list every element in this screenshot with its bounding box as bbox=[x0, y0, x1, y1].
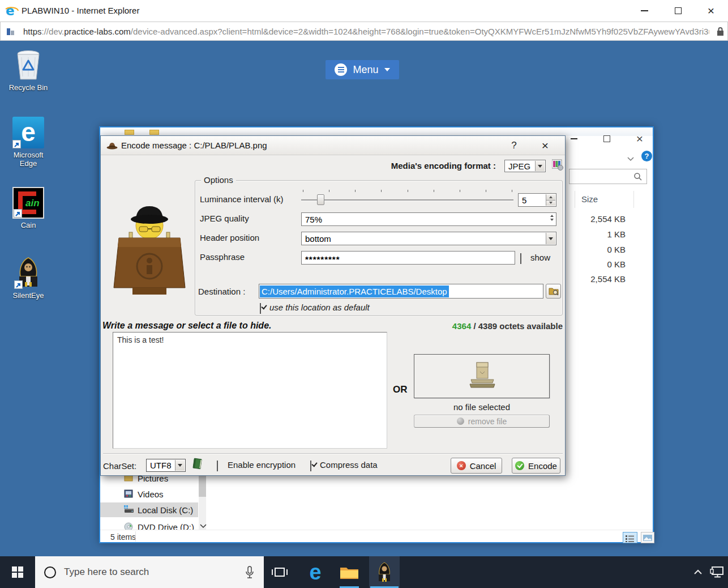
header-position-select[interactable]: bottom bbox=[301, 232, 556, 245]
taskbar-file-explorer-button[interactable] bbox=[336, 556, 362, 588]
passphrase-input[interactable]: ********* bbox=[301, 251, 515, 265]
charset-select[interactable]: UTF8 bbox=[146, 459, 186, 472]
enable-encryption-checkbox[interactable] bbox=[217, 461, 218, 471]
edge-icon: e bbox=[12, 117, 44, 148]
format-select[interactable]: JPEG bbox=[504, 160, 546, 172]
selected-text: C:/Users/Administrator.PRACTICELABS/Desk… bbox=[260, 286, 449, 297]
charset-label: CharSet: bbox=[103, 461, 136, 471]
destination-input[interactable]: C:/Users/Administrator.PRACTICELABS/Desk… bbox=[259, 284, 543, 299]
desktop-icon-microsoft-edge[interactable]: e Microsoft Edge bbox=[3, 117, 54, 168]
explorer-help-icon[interactable]: ? bbox=[641, 151, 652, 161]
message-prompt: Write a message or select a file to hide… bbox=[102, 321, 271, 331]
dialog-close-button[interactable]: × bbox=[537, 139, 554, 152]
sidebar-item-local-disk[interactable]: Local Disk (C:) bbox=[100, 502, 198, 517]
explorer-close-button[interactable]: × bbox=[627, 132, 652, 146]
chevron-down-icon bbox=[175, 460, 185, 471]
remove-file-button[interactable]: remove file bbox=[414, 415, 550, 428]
taskbar: Type here to search e bbox=[0, 556, 728, 588]
start-button[interactable] bbox=[0, 556, 35, 588]
ie-titlebar: e PLABWIN10 - Internet Explorer × bbox=[0, 0, 728, 22]
local-disk-icon bbox=[124, 505, 134, 514]
network-status-button[interactable] bbox=[706, 556, 728, 588]
spin-down-icon[interactable] bbox=[546, 200, 555, 206]
taskbar-search-box[interactable]: Type here to search bbox=[35, 556, 264, 588]
file-drop-area[interactable] bbox=[414, 354, 550, 398]
desktop-icon-cain[interactable]: ain Cain bbox=[3, 187, 54, 229]
slider-ticks bbox=[303, 190, 512, 192]
size-column-header[interactable]: Size bbox=[581, 194, 598, 204]
cancel-button[interactable]: × Cancel bbox=[451, 458, 502, 474]
footer-separator bbox=[103, 453, 563, 454]
luminance-slider-handle[interactable] bbox=[317, 194, 324, 205]
default-location-checkbox[interactable] bbox=[260, 303, 261, 314]
explorer-maximize-button[interactable] bbox=[594, 132, 619, 146]
menu-button[interactable]: Menu bbox=[326, 60, 399, 79]
or-label: OR bbox=[393, 384, 408, 395]
url-text[interactable]: https://dev.practice-labs.com/device-adv… bbox=[23, 27, 709, 36]
cancel-icon: × bbox=[457, 461, 466, 470]
microphone-icon[interactable] bbox=[245, 566, 255, 580]
remote-desktop-screen: e PLABWIN10 - Internet Explorer × https:… bbox=[0, 0, 728, 588]
folder-search-icon bbox=[549, 287, 559, 296]
charset-book-icon bbox=[191, 458, 204, 472]
destination-label: Destination : bbox=[198, 287, 245, 296]
format-label: Media's encoding format : bbox=[391, 161, 496, 171]
jpeg-quality-input[interactable]: 75% bbox=[301, 212, 556, 226]
desktop-icon-label: SilentEye bbox=[13, 291, 44, 300]
luminance-slider[interactable] bbox=[301, 199, 513, 201]
folder-icon bbox=[149, 130, 159, 135]
dialog-title: Encode message : C:/PLAB/PLAB.png bbox=[121, 140, 267, 150]
desktop-icon-label: Recycle Bin bbox=[9, 83, 48, 92]
task-view-icon bbox=[272, 566, 288, 578]
no-file-label: no file selected bbox=[414, 402, 550, 412]
luminance-spinbox[interactable]: 5 bbox=[518, 193, 556, 207]
file-size: 0 KB bbox=[607, 259, 626, 269]
file-size: 2,554 KB bbox=[590, 214, 626, 224]
svg-text:e: e bbox=[6, 4, 15, 18]
ribbon-collapse-icon[interactable] bbox=[627, 154, 635, 164]
task-view-button[interactable] bbox=[266, 556, 293, 588]
windows-logo-icon bbox=[12, 566, 23, 578]
desktop-icon-silenteye[interactable]: SilentEye bbox=[3, 256, 54, 300]
taskbar-edge-button[interactable]: e bbox=[302, 556, 328, 588]
show-label: show bbox=[530, 253, 550, 262]
cortana-icon bbox=[44, 566, 56, 578]
address-bar[interactable]: https://dev.practice-labs.com/device-adv… bbox=[0, 22, 728, 41]
thumbnails-view-button[interactable] bbox=[641, 532, 654, 543]
dialog-titlebar[interactable]: Encode message : C:/PLAB/PLAB.png bbox=[101, 136, 565, 155]
silenteye-logo bbox=[108, 199, 191, 304]
explorer-search-box[interactable] bbox=[569, 169, 647, 184]
items-count: 5 items bbox=[110, 532, 136, 542]
videos-icon bbox=[124, 489, 134, 498]
shortcut-arrow-icon bbox=[12, 140, 21, 148]
chevron-up-icon bbox=[693, 569, 703, 576]
desktop-icon-recycle-bin[interactable]: Recycle Bin bbox=[3, 47, 54, 92]
octets-counter: 4364 / 4389 octets available bbox=[452, 321, 563, 331]
silenteye-icon bbox=[375, 561, 393, 583]
maximize-button[interactable] bbox=[667, 5, 690, 17]
compress-data-checkbox[interactable] bbox=[310, 461, 311, 471]
sidebar-item-videos[interactable]: Videos bbox=[100, 487, 198, 501]
file-size: 1 KB bbox=[607, 229, 626, 239]
spin-arrows-icon[interactable] bbox=[550, 215, 554, 221]
show-hidden-icons-button[interactable] bbox=[688, 556, 708, 588]
encode-dialog: Encode message : C:/PLAB/PLAB.png ? × Me… bbox=[100, 135, 566, 476]
spin-up-icon[interactable] bbox=[546, 194, 555, 200]
cain-icon: ain bbox=[12, 187, 44, 219]
search-icon bbox=[633, 172, 643, 181]
jpeg-quality-label: JPEG quality bbox=[200, 214, 249, 223]
minimize-button[interactable] bbox=[633, 5, 656, 17]
desktop-icon-label: Cain bbox=[21, 221, 36, 229]
encode-button[interactable]: Encode bbox=[512, 458, 560, 474]
enable-encryption-label: Enable encryption bbox=[228, 460, 296, 470]
passphrase-label: Passphrase bbox=[200, 252, 245, 262]
browse-destination-button[interactable] bbox=[546, 284, 561, 299]
encode-icon bbox=[515, 461, 524, 470]
close-button[interactable]: × bbox=[700, 5, 722, 17]
remove-file-icon bbox=[457, 417, 464, 425]
details-view-button[interactable] bbox=[623, 532, 637, 543]
dialog-help-button[interactable]: ? bbox=[506, 139, 523, 152]
taskbar-silenteye-button[interactable] bbox=[369, 556, 400, 588]
message-textarea[interactable]: This is a test! bbox=[113, 332, 387, 449]
show-passphrase-checkbox[interactable] bbox=[520, 253, 521, 264]
